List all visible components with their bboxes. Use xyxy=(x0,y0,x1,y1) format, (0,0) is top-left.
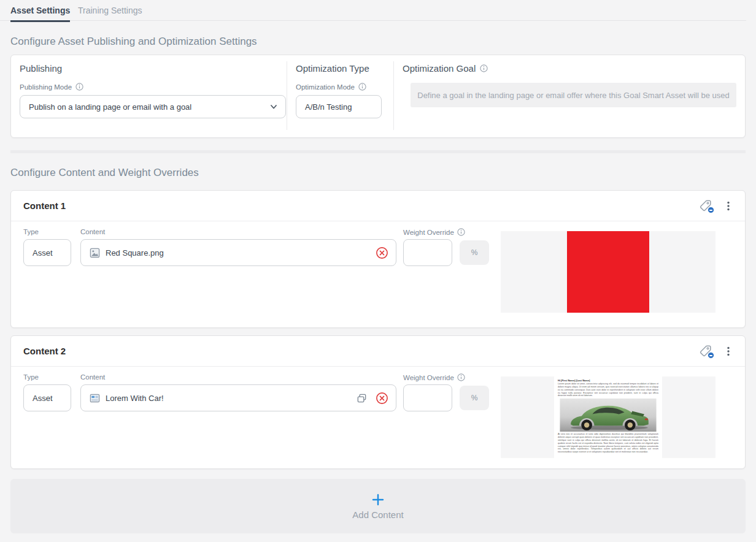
publishing-mode-value: Publish on a landing page or email with … xyxy=(29,102,191,112)
tab-asset-settings[interactable]: Asset Settings xyxy=(10,6,70,22)
content-card-header: Content 2 xyxy=(11,336,745,367)
tab-bar: Asset Settings Training Settings xyxy=(0,0,746,21)
content-card-title: Content 1 xyxy=(23,200,66,211)
info-icon[interactable] xyxy=(358,83,366,91)
content-preview: Hi [First Name] [Last Name] Lorem ipsum … xyxy=(501,376,716,458)
preview-paragraph: Lorem ipsum dolor sit amet, consectetur … xyxy=(558,383,658,397)
percent-button[interactable]: % xyxy=(460,240,489,265)
weight-override-label: Weight Override xyxy=(403,229,454,236)
duplicate-icon[interactable] xyxy=(356,392,368,404)
landing-page-preview: Hi [First Name] [Last Name] Lorem ipsum … xyxy=(554,376,662,458)
optimization-mode-field[interactable]: A/B/n Testing xyxy=(296,95,382,118)
publishing-mode-label: Publishing Mode xyxy=(20,83,72,91)
smart-tag-icon[interactable] xyxy=(698,343,713,359)
preview-paragraph: At vero eos et accusamus et iusto odio d… xyxy=(558,433,658,454)
optimization-type-column: Optimization Type Optimization Mode A/B/… xyxy=(296,63,388,118)
info-icon[interactable] xyxy=(480,64,488,72)
smart-tag-icon[interactable] xyxy=(698,198,713,213)
type-select[interactable]: Asset xyxy=(23,384,71,411)
column-divider xyxy=(393,61,394,130)
remove-content-icon[interactable] xyxy=(376,246,388,259)
content-value: Lorem With Car! xyxy=(106,394,350,403)
add-content-label: Add Content xyxy=(352,510,403,520)
tab-training-settings[interactable]: Training Settings xyxy=(78,6,142,20)
info-icon[interactable] xyxy=(457,228,465,236)
red-square-preview xyxy=(567,231,649,313)
content-label: Content xyxy=(80,228,105,235)
kebab-menu-icon[interactable] xyxy=(723,346,734,357)
content-picker-field[interactable]: Red Square.png xyxy=(80,239,396,266)
image-asset-icon xyxy=(90,248,100,258)
publishing-title: Publishing xyxy=(20,63,286,74)
content-label: Content xyxy=(80,373,105,381)
publishing-section-heading: Configure Asset Publishing and Optimizat… xyxy=(10,36,257,48)
info-icon[interactable] xyxy=(457,373,465,381)
kebab-menu-icon[interactable] xyxy=(723,200,734,212)
section-divider xyxy=(10,150,746,153)
info-icon[interactable] xyxy=(75,83,83,91)
optimization-goal-title: Optimization Goal xyxy=(403,63,476,74)
optimization-type-title: Optimization Type xyxy=(296,63,388,74)
optimization-goal-column: Optimization Goal Define a goal in the l… xyxy=(403,63,736,107)
content-section-heading: Configure Content and Weight Overrides xyxy=(10,167,199,179)
type-label: Type xyxy=(23,373,39,381)
green-car-image xyxy=(560,399,657,432)
publishing-column: Publishing Publishing Mode Publish on a … xyxy=(20,63,286,118)
weight-override-label: Weight Override xyxy=(403,374,454,381)
type-label: Type xyxy=(23,228,39,235)
remove-content-icon[interactable] xyxy=(376,392,388,405)
content-picker-field[interactable]: Lorem With Car! xyxy=(80,384,396,411)
publishing-mode-select[interactable]: Publish on a landing page or email with … xyxy=(20,95,286,118)
type-select[interactable]: Asset xyxy=(23,239,71,266)
tag-badge xyxy=(708,207,714,213)
column-divider xyxy=(287,61,287,130)
percent-button[interactable]: % xyxy=(460,386,489,410)
content-card-1: Content 1 Type Asset Content Red Square.… xyxy=(10,190,746,328)
content-card-header: Content 1 xyxy=(11,191,745,221)
weight-override-input[interactable] xyxy=(403,384,452,411)
template-asset-icon xyxy=(90,393,100,403)
content-preview xyxy=(501,231,716,313)
optimization-mode-value: A/B/n Testing xyxy=(305,102,352,112)
add-content-button[interactable]: Add Content xyxy=(10,479,746,533)
weight-override-input[interactable] xyxy=(403,239,452,266)
publishing-settings-card: Publishing Publishing Mode Publish on a … xyxy=(10,55,746,138)
content-value: Red Square.png xyxy=(106,248,370,258)
preview-heading: Hi [First Name] [Last Name] xyxy=(558,379,658,382)
plus-icon xyxy=(371,493,385,506)
optimization-mode-label: Optimization Mode xyxy=(296,83,355,91)
tag-badge xyxy=(708,352,714,359)
optimization-goal-message: Define a goal in the landing page or ema… xyxy=(411,83,736,107)
content-card-2: Content 2 Type Asset Content Lorem With … xyxy=(10,335,746,469)
content-card-title: Content 2 xyxy=(23,346,66,356)
chevron-down-icon xyxy=(269,102,278,111)
